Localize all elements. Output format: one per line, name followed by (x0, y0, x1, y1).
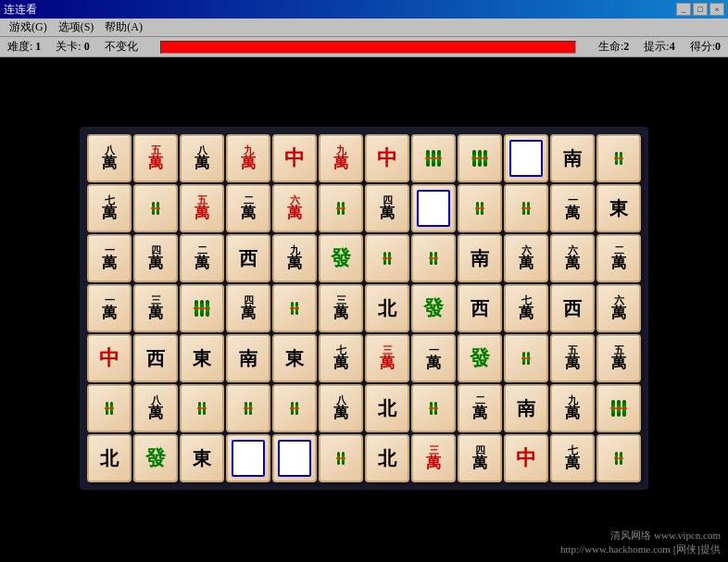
tile[interactable]: 七 萬 (504, 284, 548, 332)
progress-bar-container (160, 41, 576, 54)
tile[interactable]: 七 萬 (550, 434, 595, 482)
tile[interactable]: 南 (226, 334, 270, 382)
tile[interactable] (133, 184, 178, 232)
tile[interactable] (411, 184, 456, 232)
tile[interactable] (226, 434, 270, 482)
tile[interactable]: 北 (87, 434, 132, 482)
tile[interactable]: 東 (180, 434, 224, 482)
tile[interactable]: 九 萬 (272, 234, 317, 282)
menu-game[interactable]: 游戏(G) (4, 18, 53, 37)
tile[interactable]: 二 萬 (458, 384, 502, 432)
tile[interactable]: 六 萬 (550, 234, 595, 282)
tile[interactable] (87, 384, 132, 432)
tile[interactable] (458, 134, 502, 182)
tile[interactable]: 南 (458, 234, 502, 282)
tile[interactable]: 南 (504, 384, 548, 432)
tile[interactable] (319, 434, 363, 482)
tile[interactable]: 六 萬 (272, 184, 317, 232)
tile[interactable]: 九 萬 (550, 384, 595, 432)
tile[interactable] (226, 384, 270, 432)
tile[interactable]: 五 萬 (550, 334, 595, 382)
tile[interactable]: 二 萬 (180, 234, 224, 282)
tile[interactable] (596, 384, 641, 432)
tile[interactable]: 中 (504, 434, 548, 482)
level-label: 关卡: 0 (56, 39, 89, 55)
tile[interactable]: 二 萬 (596, 234, 641, 282)
tile[interactable] (504, 184, 548, 232)
tile[interactable]: 一 萬 (411, 334, 456, 382)
tile[interactable]: 三 萬 (411, 434, 456, 482)
tile[interactable]: 西 (550, 284, 595, 332)
tile[interactable] (272, 384, 317, 432)
title-text: 连连看 (4, 2, 37, 18)
tile[interactable]: 三 萬 (133, 284, 178, 332)
tile[interactable]: 一 萬 (87, 284, 132, 332)
tile[interactable]: 西 (458, 284, 502, 332)
tile[interactable]: 六 萬 (596, 284, 641, 332)
tile[interactable] (272, 434, 317, 482)
tile[interactable]: 四 萬 (365, 184, 409, 232)
tile[interactable]: 中 (272, 134, 317, 182)
tile[interactable]: 北 (365, 384, 409, 432)
status-bar: 难度: 1 关卡: 0 不变化 生命:2 提示:4 得分:0 (0, 37, 728, 57)
tile[interactable]: 一 萬 (550, 184, 595, 232)
tile[interactable] (319, 184, 363, 232)
maximize-button[interactable]: □ (693, 3, 708, 16)
tile[interactable]: 西 (133, 334, 178, 382)
tile[interactable]: 七 萬 (319, 334, 363, 382)
tile[interactable] (365, 234, 409, 282)
tile[interactable] (272, 284, 317, 332)
tile[interactable]: 四 萬 (458, 434, 502, 482)
tile[interactable]: 四 萬 (226, 284, 270, 332)
tile[interactable] (411, 134, 456, 182)
tile[interactable]: 七 萬 (87, 184, 132, 232)
tile[interactable]: 五 萬 (596, 334, 641, 382)
tile[interactable] (411, 234, 456, 282)
tile[interactable]: 南 (550, 134, 595, 182)
tile[interactable] (180, 384, 224, 432)
tile[interactable]: 北 (365, 284, 409, 332)
tile[interactable] (596, 434, 641, 482)
tile[interactable]: 八 萬 (133, 384, 178, 432)
tile[interactable]: 三 萬 (319, 284, 363, 332)
tile[interactable]: 五 萬 (133, 134, 178, 182)
tile[interactable]: 八 萬 (319, 384, 363, 432)
tile[interactable]: 三 萬 (365, 334, 409, 382)
tile[interactable]: 九 萬 (226, 134, 270, 182)
credits-line1: 清风网络 www.vipcn.com (560, 529, 721, 543)
menu-options[interactable]: 选项(S) (53, 18, 100, 37)
tile[interactable]: 九 萬 (319, 134, 363, 182)
tile[interactable]: 四 萬 (133, 234, 178, 282)
tile[interactable]: 五 萬 (180, 184, 224, 232)
tile[interactable]: 六 萬 (504, 234, 548, 282)
tile[interactable] (504, 134, 548, 182)
mahjong-grid: 八 萬 五 萬 八 萬 九 萬 中 九 萬 中 (80, 127, 648, 490)
mode-label: 不变化 (105, 39, 138, 55)
tile[interactable]: 發 (458, 334, 502, 382)
tile[interactable]: 發 (133, 434, 178, 482)
tile[interactable]: 八 萬 (87, 134, 132, 182)
tile[interactable] (596, 134, 641, 182)
tile[interactable]: 二 萬 (226, 184, 270, 232)
tile[interactable]: 發 (411, 284, 456, 332)
tile[interactable]: 東 (596, 184, 641, 232)
tile[interactable]: 東 (180, 334, 224, 382)
close-button[interactable]: × (709, 3, 724, 16)
minimize-button[interactable]: _ (676, 3, 691, 16)
tile[interactable]: 中 (87, 334, 132, 382)
tile[interactable]: 一 萬 (87, 234, 132, 282)
menu-help[interactable]: 帮助(A) (99, 18, 148, 37)
tile[interactable] (411, 384, 456, 432)
tile[interactable] (504, 334, 548, 382)
tile[interactable]: 西 (226, 234, 270, 282)
tile[interactable]: 中 (365, 134, 409, 182)
tile[interactable]: 北 (365, 434, 409, 482)
tile[interactable]: 八 萬 (180, 134, 224, 182)
tile[interactable] (458, 184, 502, 232)
title-buttons[interactable]: _ □ × (676, 3, 724, 16)
life-label: 生命:2 (598, 39, 629, 55)
title-bar: 连连看 _ □ × (0, 0, 728, 19)
tile[interactable]: 東 (272, 334, 317, 382)
tile[interactable] (180, 284, 224, 332)
tile[interactable]: 發 (319, 234, 363, 282)
